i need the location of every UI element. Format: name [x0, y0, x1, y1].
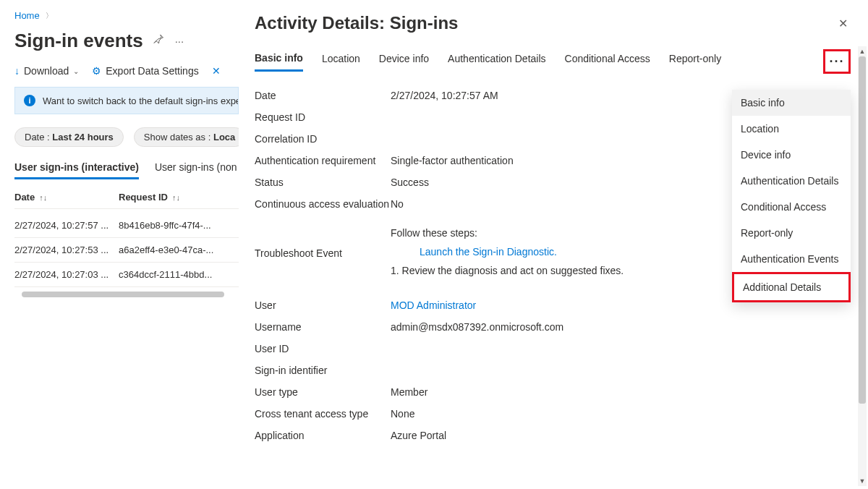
label-status: Status [255, 177, 391, 188]
panel-tab-basic-info[interactable]: Basic info [255, 52, 303, 72]
download-icon: ↓ [14, 65, 20, 77]
breadcrumb-home[interactable]: Home [14, 10, 40, 21]
page-title: Sign-in events [14, 30, 143, 52]
launch-diagnostic-link[interactable]: Launch the Sign-in Diagnostic. [391, 246, 624, 258]
value-user-type: Member [391, 386, 868, 398]
troubleshoot-steps: Follow these steps: Launch the Sign-in D… [391, 227, 624, 276]
tabs-overflow-menu: Basic info Location Device info Authenti… [732, 90, 851, 302]
tab-underline [255, 73, 854, 74]
scroll-down-icon[interactable]: ▼ [858, 476, 867, 486]
filter-showas-label: Show dates as : [144, 132, 213, 143]
label-username: Username [255, 321, 391, 333]
info-banner-text: Want to switch back to the default sign-… [43, 95, 239, 106]
label-request-id: Request ID [255, 111, 391, 123]
value-application: Azure Portal [391, 430, 868, 441]
field-signin-identifier: Sign-in identifier [255, 365, 868, 376]
field-username: Username admin@msdx087392.onmicrosoft.co… [255, 321, 868, 333]
pin-icon[interactable] [153, 34, 165, 48]
cell-request-id: a6a2eff4-e3e0-47ca-... [119, 244, 224, 255]
tab-noninteractive[interactable]: User sign-ins (non [155, 161, 237, 179]
table-row[interactable]: 2/27/2024, 10:27:03 ... c364dccf-2111-4b… [14, 263, 239, 287]
menu-item-location[interactable]: Location [732, 116, 851, 142]
label-user-type: User type [255, 386, 391, 398]
detail-header: Activity Details: Sign-ins ✕ [239, 0, 868, 49]
detail-body: Basic info Location Device info Authenti… [239, 49, 868, 489]
label-user: User [255, 299, 391, 311]
label-cae: Continuous access evaluation [255, 198, 391, 210]
close-icon[interactable]: ✕ [838, 17, 848, 30]
signins-table: Date ↑↓ Request ID ↑↓ 2/27/2024, 10:27:5… [14, 192, 239, 299]
column-headers: Date ↑↓ Request ID ↑↓ [14, 192, 239, 209]
troubleshoot-follow: Follow these steps: [391, 227, 624, 239]
label-cross-tenant: Cross tenant access type [255, 408, 391, 420]
tool-icon[interactable]: ✕ [212, 65, 221, 77]
menu-item-additional-details[interactable]: Additional Details [732, 272, 851, 302]
field-application: Application Azure Portal [255, 430, 868, 441]
info-icon: i [24, 95, 35, 106]
scrollbar-thumb[interactable] [22, 292, 224, 297]
field-user-id: User ID [255, 343, 868, 354]
filter-date-value: Last 24 hours [52, 132, 114, 143]
filter-date-label: Date : [25, 132, 52, 143]
panel-tab-location[interactable]: Location [322, 53, 360, 70]
detail-title: Activity Details: Sign-ins [255, 13, 458, 33]
vertical-scrollbar[interactable]: ▲ ▼ [858, 46, 867, 486]
main-pane: Home 〉 Sign-in events ··· ↓ Download ⌄ ⚙… [0, 0, 239, 489]
col-date-label: Date [14, 192, 35, 203]
menu-item-conditional-access[interactable]: Conditional Access [732, 194, 851, 220]
panel-tabs: Basic info Location Device info Authenti… [255, 49, 868, 74]
filter-show-dates[interactable]: Show dates as : Loca [134, 127, 239, 147]
field-user-type: User type Member [255, 386, 868, 398]
label-correlation-id: Correlation ID [255, 133, 391, 145]
menu-item-report-only[interactable]: Report-only [732, 220, 851, 246]
sort-icon: ↑↓ [39, 193, 47, 202]
menu-item-auth-events[interactable]: Authentication Events [732, 246, 851, 272]
label-date: Date [255, 90, 391, 101]
download-button[interactable]: ↓ Download ⌄ [14, 65, 79, 77]
label-signin-id: Sign-in identifier [255, 365, 391, 376]
filter-row: Date : Last 24 hours Show dates as : Loc… [14, 127, 239, 147]
label-user-id: User ID [255, 343, 391, 354]
label-application: Application [255, 430, 391, 441]
cell-request-id: 8b416eb8-9ffc-47f4-... [119, 220, 224, 231]
info-banner: i Want to switch back to the default sig… [14, 87, 239, 114]
cell-request-id: c364dccf-2111-4bbd... [119, 269, 224, 280]
cell-date: 2/27/2024, 10:27:53 ... [14, 244, 119, 255]
field-cross-tenant: Cross tenant access type None [255, 408, 868, 420]
sort-icon: ↑↓ [172, 193, 180, 202]
col-request-label: Request ID [119, 192, 168, 203]
gear-icon: ⚙ [92, 65, 101, 77]
value-cross-tenant: None [391, 408, 868, 420]
panel-tab-report-only[interactable]: Report-only [669, 53, 721, 70]
label-auth-req: Authentication requirement [255, 155, 391, 166]
value-username: admin@msdx087392.onmicrosoft.com [391, 321, 868, 333]
export-settings-button[interactable]: ⚙ Export Data Settings [92, 65, 198, 77]
col-request-id[interactable]: Request ID ↑↓ [119, 192, 224, 203]
page-title-row: Sign-in events ··· [14, 30, 239, 52]
chevron-right-icon: 〉 [46, 11, 53, 21]
chevron-down-icon: ⌄ [73, 67, 79, 75]
troubleshoot-step1: 1. Review the diagnosis and act on sugge… [391, 265, 624, 276]
panel-tab-auth-details[interactable]: Authentication Details [448, 53, 545, 70]
menu-item-auth-details[interactable]: Authentication Details [732, 168, 851, 194]
table-row[interactable]: 2/27/2024, 10:27:53 ... a6a2eff4-e3e0-47… [14, 238, 239, 263]
more-icon[interactable]: ··· [175, 35, 184, 47]
col-date[interactable]: Date ↑↓ [14, 192, 119, 203]
panel-tab-conditional-access[interactable]: Conditional Access [565, 53, 650, 70]
filter-date[interactable]: Date : Last 24 hours [14, 127, 124, 147]
list-tabs: User sign-ins (interactive) User sign-in… [14, 161, 239, 180]
export-label: Export Data Settings [106, 65, 198, 77]
panel-tabs-overflow-button[interactable]: ··· [823, 49, 851, 74]
table-row[interactable]: 2/27/2024, 10:27:57 ... 8b416eb8-9ffc-47… [14, 213, 239, 238]
download-label: Download [24, 65, 69, 77]
scrollbar-thumb[interactable] [859, 56, 866, 404]
horizontal-scrollbar[interactable] [14, 292, 239, 299]
menu-item-basic-info[interactable]: Basic info [732, 90, 851, 116]
cell-date: 2/27/2024, 10:27:57 ... [14, 220, 119, 231]
label-troubleshoot: Troubleshoot Event [255, 227, 391, 259]
menu-item-device-info[interactable]: Device info [732, 142, 851, 168]
scroll-up-icon[interactable]: ▲ [858, 46, 867, 56]
filter-showas-value: Loca [213, 132, 235, 143]
panel-tab-device-info[interactable]: Device info [379, 53, 429, 70]
tab-interactive[interactable]: User sign-ins (interactive) [14, 161, 139, 179]
